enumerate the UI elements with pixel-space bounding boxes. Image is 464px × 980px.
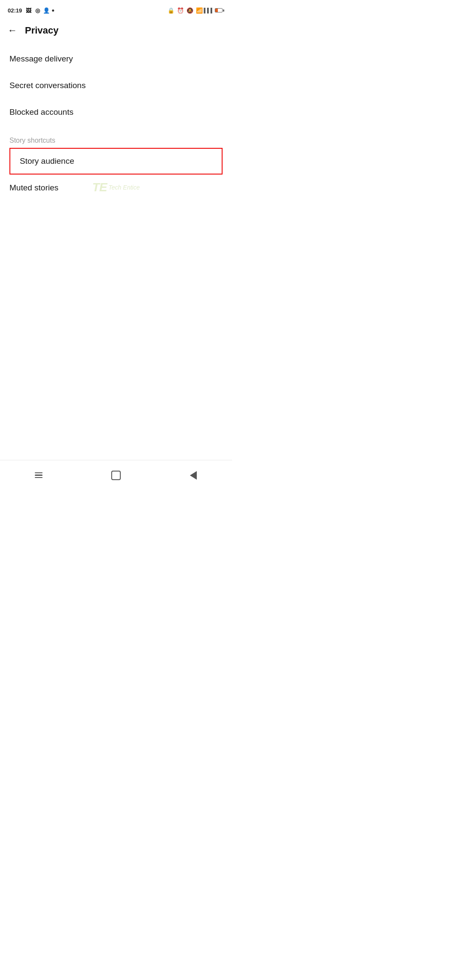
story-shortcuts-label: Story shortcuts bbox=[0, 129, 232, 148]
alarm-icon: ⏰ bbox=[177, 7, 184, 14]
menu-section: Message delivery Secret conversations Bl… bbox=[0, 42, 232, 129]
menu-item-muted-stories[interactable]: Muted stories bbox=[0, 175, 232, 201]
recents-icon bbox=[33, 471, 44, 480]
menu-item-blocked-accounts[interactable]: Blocked accounts bbox=[0, 99, 232, 126]
menu-item-secret-conversations[interactable]: Secret conversations bbox=[0, 72, 232, 99]
status-left: 02:19 🖼 ◎ 👤 bbox=[8, 7, 54, 14]
status-right: 🔒 ⏰ 🔕 📶 ▌▌▌ bbox=[168, 7, 224, 14]
mute-icon: 🔕 bbox=[186, 7, 193, 14]
dot-indicator bbox=[52, 9, 54, 12]
status-bar: 02:19 🖼 ◎ 👤 🔒 ⏰ 🔕 📶 ▌▌▌ bbox=[0, 0, 232, 19]
download-icon: 🔒 bbox=[168, 7, 174, 14]
status-time: 02:19 bbox=[8, 7, 22, 14]
nav-recents-button[interactable] bbox=[26, 467, 52, 484]
status-icons-left: 🖼 ◎ 👤 bbox=[25, 7, 54, 14]
home-icon bbox=[111, 471, 121, 480]
back-nav-icon bbox=[190, 471, 197, 480]
signal-icon: ▌▌▌ bbox=[205, 7, 212, 14]
user-icon: 👤 bbox=[43, 7, 50, 14]
nav-home-button[interactable] bbox=[103, 467, 129, 484]
back-button[interactable]: ← bbox=[8, 26, 17, 35]
target-icon: ◎ bbox=[34, 7, 41, 14]
image-icon: 🖼 bbox=[25, 7, 32, 14]
menu-item-message-delivery[interactable]: Message delivery bbox=[0, 46, 232, 72]
wifi-icon: 📶 bbox=[196, 7, 203, 14]
header: ← Privacy bbox=[0, 19, 232, 42]
story-section: Story shortcuts Story audience Muted sto… bbox=[0, 129, 232, 201]
nav-back-button[interactable] bbox=[180, 467, 206, 484]
story-audience-item[interactable]: Story audience bbox=[9, 148, 223, 175]
page-title: Privacy bbox=[25, 25, 58, 36]
battery-icon bbox=[215, 8, 224, 12]
nav-bar bbox=[0, 460, 232, 490]
